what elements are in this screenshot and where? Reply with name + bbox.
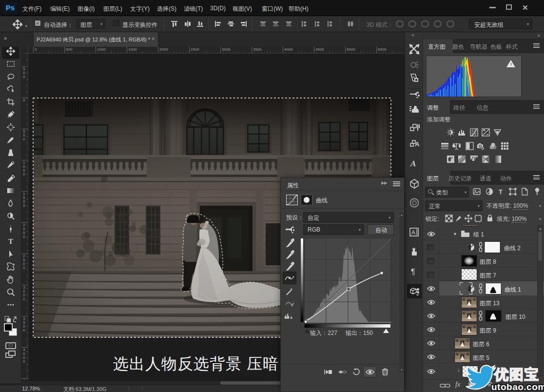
svg-text:A: A [410, 159, 416, 168]
svg-text:A: A [411, 229, 415, 236]
svg-text:!: ! [291, 315, 291, 319]
svg-text:¶: ¶ [411, 268, 415, 276]
svg-text:T: T [8, 237, 13, 245]
svg-text:A: A [415, 140, 420, 148]
svg-text:T: T [499, 188, 503, 196]
